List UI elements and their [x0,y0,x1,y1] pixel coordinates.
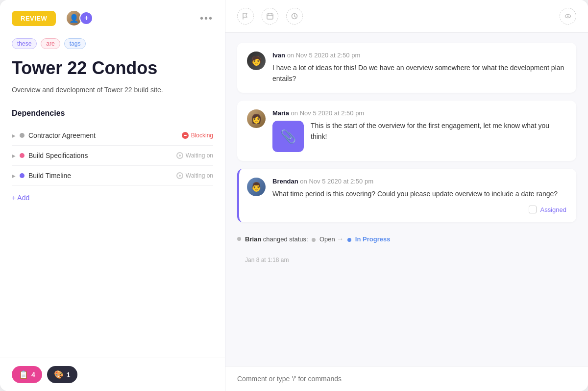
page-title: Tower 22 Condos [12,58,213,78]
status-change-author: Brian [245,235,261,243]
status-change-dot-icon [237,237,241,241]
in-progress-dot-icon [347,238,351,242]
attachment-block: 📎 This is the start of the overview for … [272,121,566,152]
attachment-thumbnail[interactable]: 📎 [272,121,304,152]
avatar-image-maria: 👩 [247,109,266,128]
comment-meta: Ivan on Nov 5 2020 at 2:50 pm [272,52,566,59]
dep-status-badge: Waiting on [176,171,213,181]
blocking-icon [182,132,189,139]
left-footer: 📋 4 🎨 1 [0,358,225,391]
dep-status-badge: Waiting on [176,151,213,160]
dep-dot-pink-icon [20,153,24,158]
figma-icon: 🎨 [54,370,64,379]
assigned-label: Assigned [540,206,566,213]
dependency-item: ▶ Build Timeline Waiting on [12,166,213,186]
comment-card-highlighted: 👨 Brendan on Nov 5 2020 at 2:50 pm What … [237,169,576,222]
tag-tags[interactable]: tags [64,38,86,49]
comment-time: on Nov 5 2020 at 2:50 pm [300,178,373,185]
notion-badge[interactable]: 📋 4 [12,366,42,383]
expand-arrow-icon[interactable]: ▶ [12,173,16,179]
more-options-button[interactable]: ••• [200,13,213,24]
dep-name: Build Timeline [28,172,172,180]
review-button[interactable]: REVIEW [12,11,56,26]
comment-body: Maria on Nov 5 2020 at 2:50 pm 📎 This is… [272,109,566,152]
waiting-icon [176,152,183,159]
status-change-row: Brian changed status: Open → In Progress [237,230,576,248]
flag-icon [242,12,249,20]
add-member-button[interactable]: + [79,11,93,25]
calendar-button[interactable] [262,8,278,25]
status-to: In Progress [355,235,391,243]
comment-body: Brendan on Nov 5 2020 at 2:50 pm What ti… [272,178,566,213]
dependencies-section-title: Dependencies [12,109,213,118]
paperclip-icon: 📎 [280,129,296,144]
dep-status-badge: Blocking [182,130,213,140]
calendar-icon [266,12,274,20]
status-from: Open [319,235,335,243]
assigned-checkbox[interactable] [529,206,537,213]
comment-body: Ivan on Nov 5 2020 at 2:50 pm I have a l… [272,52,566,84]
dep-status-label: Waiting on [186,172,213,179]
comment-avatar-ivan: 🧑 [247,52,266,70]
figma-badge[interactable]: 🎨 1 [47,366,77,383]
comment-avatar-maria: 👩 [247,109,266,128]
dep-dot-gray-icon [20,133,24,138]
clock-button[interactable] [286,8,303,25]
comment-card: 👩 Maria on Nov 5 2020 at 2:50 pm 📎 This … [237,101,576,161]
left-header: REVIEW 👤 + ••• [0,0,225,36]
comment-time: on Nov 5 2020 at 2:50 pm [291,109,365,117]
left-panel: REVIEW 👤 + ••• these are tags Tower 22 C… [0,0,225,391]
open-dot-icon [312,238,316,242]
assigned-row: Assigned [272,206,566,213]
avatar-image-brendan: 👨 [247,178,266,196]
status-change-date: Jan 8 at 1:18 am [245,257,576,263]
svg-point-3 [567,16,569,17]
comment-author: Ivan [272,52,285,59]
notion-icon: 📋 [19,370,28,379]
comment-time: on Nov 5 2020 at 2:50 pm [287,52,361,59]
eye-icon [564,12,572,20]
dependency-item: ▶ Build Specifications Waiting on [12,146,213,166]
tag-these[interactable]: these [12,38,37,49]
svg-rect-0 [267,14,273,19]
visibility-button[interactable] [560,8,576,25]
tags-row: these are tags [12,38,213,49]
status-arrow-icon: → [337,235,345,243]
comment-author: Brendan [272,178,298,185]
dep-dot-purple-icon [20,173,24,178]
right-header [225,0,588,33]
app-container: REVIEW 👤 + ••• these are tags Tower 22 C… [0,0,588,391]
tag-are[interactable]: are [41,38,60,49]
left-content: these are tags Tower 22 Condos Overview … [0,36,225,358]
avatar-group: 👤 + [66,10,93,26]
notion-count: 4 [31,371,35,379]
dep-status-label: Waiting on [186,152,213,159]
comment-text: This is the start of the overview for th… [311,121,566,142]
flag-button[interactable] [237,8,254,25]
avatar-image-ivan: 🧑 [247,52,266,70]
expand-arrow-icon[interactable]: ▶ [12,153,16,158]
status-change-text: Brian changed status: Open → In Progress [245,235,390,243]
waiting-icon [176,172,183,179]
dep-status-label: Blocking [191,132,213,139]
comment-text: I have a lot of ideas for this! Do we ha… [272,63,566,84]
clock-icon [291,12,298,20]
right-panel: 🧑 Ivan on Nov 5 2020 at 2:50 pm I have a… [225,0,588,391]
comment-meta: Brendan on Nov 5 2020 at 2:50 pm [272,178,566,185]
dependency-item: ▶ Contractor Agreement Blocking [12,126,213,146]
comment-avatar-brendan: 👨 [247,178,266,196]
page-description: Overview and development of Tower 22 bui… [12,85,213,95]
comment-input[interactable] [237,375,576,383]
right-footer [225,366,588,391]
add-dependency-button[interactable]: + Add [12,194,29,202]
comment-meta: Maria on Nov 5 2020 at 2:50 pm [272,109,566,117]
dependencies-list: ▶ Contractor Agreement Blocking ▶ Build … [12,126,213,186]
expand-arrow-icon[interactable]: ▶ [12,133,16,138]
dep-name: Build Specifications [28,152,172,159]
dep-name: Contractor Agreement [28,131,178,139]
figma-count: 1 [67,371,71,379]
comment-text: What time period is this covering? Could… [272,189,566,200]
status-change-action: changed status: [263,235,308,243]
comment-card: 🧑 Ivan on Nov 5 2020 at 2:50 pm I have a… [237,43,576,93]
comments-area: 🧑 Ivan on Nov 5 2020 at 2:50 pm I have a… [225,33,588,366]
